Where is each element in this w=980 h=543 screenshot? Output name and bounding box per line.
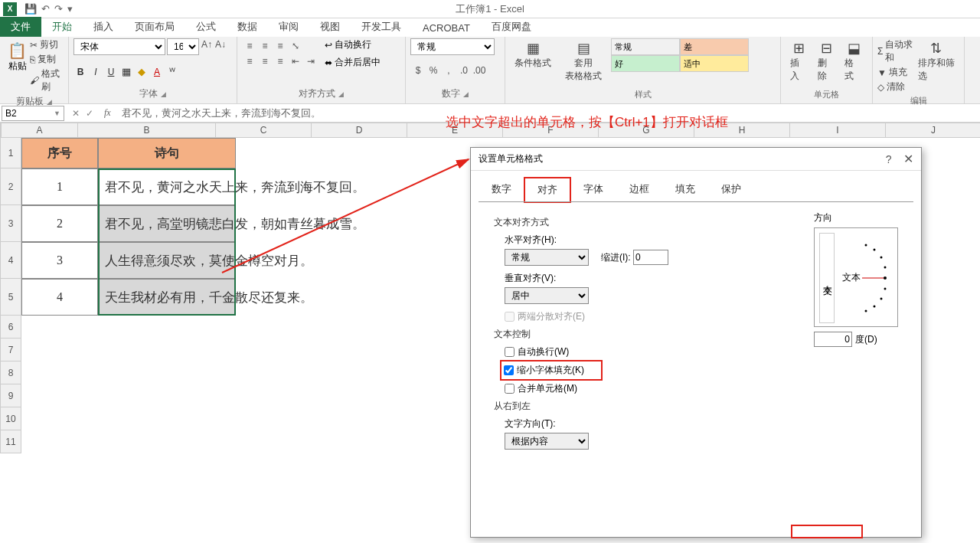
col-header[interactable]: A	[2, 123, 78, 138]
merge-center-button[interactable]: ⬌合并后居中	[325, 56, 381, 69]
format-table-button[interactable]: ▤套用 表格格式	[560, 38, 606, 84]
v-align-select[interactable]: 居中	[505, 287, 589, 304]
col-header[interactable]: I	[790, 123, 886, 138]
align-bottom-icon[interactable]: ≡	[274, 40, 286, 52]
tab-view[interactable]: 视图	[309, 17, 351, 37]
percent-icon[interactable]: %	[427, 64, 439, 77]
h-align-select[interactable]: 常规	[505, 249, 589, 266]
style-bad[interactable]: 差	[680, 38, 749, 55]
row-header[interactable]: 2	[0, 168, 21, 205]
increase-font-icon[interactable]: A↑	[201, 38, 213, 51]
border-button[interactable]: ▦	[121, 66, 132, 77]
style-good[interactable]: 好	[611, 55, 680, 72]
merge-checkbox[interactable]	[505, 384, 514, 394]
orientation-dial[interactable]: 文本	[841, 236, 894, 320]
col-header[interactable]: C	[216, 123, 312, 138]
header-cell[interactable]: 诗句	[98, 138, 236, 168]
dtab-align[interactable]: 对齐	[524, 178, 570, 202]
chevron-down-icon[interactable]: ▼	[54, 110, 60, 117]
dialog-launcher-icon[interactable]: ◢	[463, 90, 469, 98]
help-icon[interactable]: ?	[886, 153, 892, 165]
dialog-launcher-icon[interactable]: ◢	[47, 98, 52, 106]
tab-dev[interactable]: 开发工具	[351, 17, 412, 37]
cancel-formula-icon[interactable]: ✕	[72, 108, 80, 119]
font-size-select[interactable]: 16	[167, 38, 199, 55]
inc-decimal-icon[interactable]: .0	[458, 64, 470, 77]
serial-cell[interactable]: 2	[21, 205, 98, 242]
italic-button[interactable]: I	[90, 66, 101, 77]
text-dir-select[interactable]: 根据内容	[505, 433, 589, 450]
delete-cells-button[interactable]: ⊟删除	[813, 38, 841, 84]
degree-input[interactable]	[814, 332, 852, 347]
close-icon[interactable]: ✕	[903, 152, 913, 165]
row-header[interactable]: 6	[0, 316, 21, 339]
tab-file[interactable]: 文件	[0, 17, 41, 37]
currency-icon[interactable]: $	[412, 64, 424, 77]
fill-color-button[interactable]: ◆	[136, 66, 147, 77]
conditional-format-button[interactable]: ▦条件格式	[510, 38, 556, 84]
clear-button[interactable]: ◇清除	[877, 80, 913, 93]
tab-layout[interactable]: 页面布局	[124, 17, 185, 37]
cut-button[interactable]: ✂剪切	[30, 38, 64, 51]
indent-dec-icon[interactable]: ⇤	[289, 55, 302, 67]
align-top-icon[interactable]: ≡	[243, 40, 256, 52]
tab-formula[interactable]: 公式	[185, 17, 227, 37]
row-header[interactable]: 4	[0, 242, 21, 279]
poem-cell[interactable]: 君不见，黄河之水天上来，奔流到海不复回。	[98, 168, 236, 205]
undo-icon[interactable]: ↶	[41, 3, 50, 15]
phonetic-button[interactable]: ᵂ	[167, 66, 178, 77]
poem-cell[interactable]: 人生得意须尽欢，莫使金樽空对月。	[98, 242, 236, 279]
underline-button[interactable]: U	[106, 66, 116, 77]
serial-cell[interactable]: 4	[21, 279, 98, 316]
dtab-number[interactable]: 数字	[479, 177, 524, 201]
wrap-checkbox[interactable]	[505, 347, 514, 357]
save-icon[interactable]: 💾	[24, 3, 37, 15]
autosum-button[interactable]: Σ自动求和	[877, 38, 913, 64]
dtab-protect[interactable]: 保护	[708, 177, 754, 201]
style-normal[interactable]: 常规	[611, 38, 680, 55]
fill-button[interactable]: ▼填充	[877, 66, 913, 79]
tab-insert[interactable]: 插入	[83, 17, 124, 37]
dec-decimal-icon[interactable]: .00	[473, 64, 485, 77]
insert-cells-button[interactable]: ⊞插入	[786, 38, 813, 84]
row-header[interactable]: 8	[0, 361, 21, 384]
paste-button[interactable]: 📋 粘贴	[5, 38, 30, 93]
comma-icon[interactable]: ,	[443, 64, 455, 77]
indent-input[interactable]	[633, 250, 668, 265]
row-header[interactable]: 3	[0, 205, 21, 242]
orientation-icon[interactable]: ⤡	[289, 40, 302, 52]
col-header[interactable]: B	[78, 123, 216, 138]
shrink-checkbox[interactable]	[504, 365, 514, 375]
tab-baidu[interactable]: 百度网盘	[481, 17, 542, 37]
row-header[interactable]: 9	[0, 384, 21, 407]
serial-cell[interactable]: 1	[21, 168, 98, 205]
font-name-select[interactable]: 宋体	[74, 38, 165, 55]
bold-button[interactable]: B	[75, 66, 86, 77]
serial-cell[interactable]: 3	[21, 242, 98, 279]
align-middle-icon[interactable]: ≡	[259, 40, 271, 52]
style-neutral[interactable]: 适中	[680, 55, 749, 72]
row-header[interactable]: 1	[0, 138, 21, 168]
sort-filter-button[interactable]: ⇅排序和筛选	[913, 38, 959, 93]
dialog-launcher-icon[interactable]: ◢	[338, 90, 344, 98]
orientation-control[interactable]: 文本 文本	[814, 227, 898, 327]
align-left-icon[interactable]: ≡	[243, 55, 256, 67]
row-header[interactable]: 11	[0, 430, 21, 453]
fx-icon[interactable]: fx	[100, 107, 116, 119]
align-right-icon[interactable]: ≡	[274, 55, 286, 67]
col-header[interactable]: J	[886, 123, 980, 138]
dtab-font[interactable]: 字体	[570, 177, 616, 201]
poem-cell[interactable]: 天生我材必有用，千金散尽还复来。	[98, 279, 236, 316]
tab-home[interactable]: 开始	[41, 17, 83, 37]
row-header[interactable]: 10	[0, 407, 21, 430]
tab-review[interactable]: 审阅	[268, 17, 309, 37]
number-format-select[interactable]: 常规	[410, 38, 495, 55]
row-header[interactable]: 5	[0, 279, 21, 316]
tab-data[interactable]: 数据	[227, 17, 268, 37]
font-color-button[interactable]: A	[152, 66, 162, 77]
header-cell[interactable]: 序号	[21, 138, 98, 168]
painter-button[interactable]: 🖌格式刷	[30, 67, 64, 93]
qat-dropdown-icon[interactable]: ▾	[67, 3, 73, 15]
align-center-icon[interactable]: ≡	[259, 55, 271, 67]
decrease-font-icon[interactable]: A↓	[214, 38, 227, 51]
